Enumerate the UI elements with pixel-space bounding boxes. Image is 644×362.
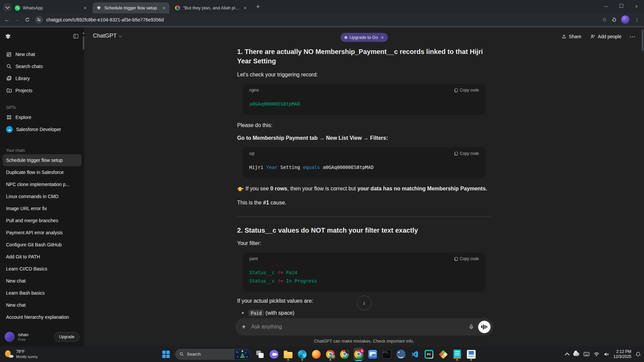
address-bar[interactable]: chatgpt.com/c/692fc8be-e104-8321-af3e-b5… xyxy=(46,17,602,22)
taskbar-clock[interactable]: 2:12 PM 12/3/2025 xyxy=(613,349,631,359)
conversation-menu-icon[interactable]: ⋯ xyxy=(628,33,637,40)
kdiff3-app[interactable] xyxy=(438,348,448,361)
chat-list-item[interactable]: New chat xyxy=(3,299,82,311)
code-text: Status__c != Paid Status__c != In Progre… xyxy=(249,268,479,285)
taskbar-search-box[interactable]: Search xyxy=(175,349,251,360)
windows-logo-icon xyxy=(162,351,170,358)
sidebar-item-salesforce-developer[interactable]: ☁ Salesforce Developer xyxy=(3,123,82,135)
firefox-app[interactable] xyxy=(311,348,321,361)
tab-close-icon[interactable]: × xyxy=(162,5,166,11)
notes-icon xyxy=(453,350,461,359)
sidebar-item-projects[interactable]: Projects xyxy=(3,84,82,97)
pycharm-app[interactable]: PC xyxy=(424,348,434,361)
file-explorer-app[interactable] xyxy=(283,348,293,361)
microphone-icon[interactable] xyxy=(468,324,474,330)
sidebar-item-new-chat[interactable]: New chat xyxy=(3,48,82,60)
back-icon[interactable]: ← xyxy=(2,17,12,23)
tab-close-icon[interactable]: × xyxy=(83,5,87,11)
file-explorer-icon xyxy=(284,352,292,358)
photos-app[interactable] xyxy=(368,348,378,361)
wifi-icon[interactable] xyxy=(594,352,599,357)
browser-profile-avatar[interactable] xyxy=(621,15,630,24)
paragraph: Let's check your triggering record: xyxy=(237,70,491,79)
vscode-icon xyxy=(411,350,419,358)
message-input[interactable] xyxy=(251,323,464,330)
chrome-active-app[interactable]: S xyxy=(354,348,364,361)
chat-list-item[interactable]: Pull and merge branches xyxy=(3,215,82,227)
chat-list-item[interactable]: Duplicate flow in Salesforce xyxy=(3,166,82,178)
volume-icon[interactable] xyxy=(604,352,609,357)
scroll-to-bottom-button[interactable]: ↓ xyxy=(357,296,372,310)
upgrade-button[interactable]: Upgrade xyxy=(54,332,79,342)
upgrade-to-go-pill[interactable]: Upgrade to Go × xyxy=(340,33,388,42)
edge-app[interactable] xyxy=(297,348,307,361)
chat-list-item[interactable]: Add Git to PATH xyxy=(3,251,82,263)
bookmark-star-icon[interactable]: ☆ xyxy=(602,16,607,23)
chat-list-item[interactable]: Schedule trigger flow setup xyxy=(3,154,82,166)
copy-code-button[interactable]: Copy code xyxy=(454,151,479,156)
extensions-icon[interactable] xyxy=(611,17,616,22)
reload-icon[interactable] xyxy=(22,17,32,22)
chat-list-item[interactable]: Learn Bash basics xyxy=(3,287,82,299)
onedrive-icon[interactable] xyxy=(573,352,579,356)
taskpro-app[interactable]: TaskPro xyxy=(466,348,476,361)
chrome-profile-app[interactable] xyxy=(325,348,335,361)
dismiss-pill-icon[interactable]: × xyxy=(381,35,384,40)
taskpro-icon: TaskPro xyxy=(467,350,476,359)
openai-logo-icon: ✾ xyxy=(5,33,11,40)
chat-list-item[interactable]: Learn CI/CD Basics xyxy=(3,263,82,275)
firefox-icon xyxy=(312,350,321,359)
tab-google[interactable]: "But they plan, and Allah plans. × xyxy=(171,2,251,13)
hidden-icons-chevron[interactable] xyxy=(565,352,570,357)
sidebar-toggle-icon[interactable] xyxy=(73,33,79,39)
task-view-button[interactable] xyxy=(255,348,265,361)
maximize-icon[interactable] xyxy=(614,4,629,9)
share-button[interactable]: Share xyxy=(559,32,584,41)
sidebar-user-row[interactable]: ishan Free Upgrade xyxy=(0,327,84,346)
tab-chatgpt[interactable]: ✾ Schedule trigger flow setup × xyxy=(93,2,169,13)
site-info-icon[interactable] xyxy=(35,16,43,24)
tab-close-icon[interactable]: × xyxy=(243,5,247,11)
forward-icon[interactable]: → xyxy=(12,17,22,23)
copy-code-button[interactable]: Copy code xyxy=(454,88,479,93)
chat-list-item[interactable]: Configure Git Bash GitHub xyxy=(3,239,82,251)
terminal-app[interactable]: C:\_ xyxy=(382,348,392,361)
chat-list-item[interactable]: New chat xyxy=(3,275,82,287)
photos-icon xyxy=(368,350,377,359)
taskbar-weather-widget[interactable]: 79°F Mostly sunny xyxy=(5,346,38,362)
notes-app[interactable] xyxy=(452,348,462,361)
chrome-secondary-app[interactable] xyxy=(339,348,350,361)
tab-whatsapp[interactable]: WhatsApp × xyxy=(11,2,91,13)
vscode-app[interactable] xyxy=(410,348,420,361)
sidebar-item-label: Salesforce Developer xyxy=(16,127,61,132)
sidebar-item-library[interactable]: Library xyxy=(3,72,82,84)
chat-list-item[interactable]: NPC clone implementation p... xyxy=(3,178,82,190)
browser-menu-icon[interactable]: ⋮ xyxy=(634,16,640,23)
start-button[interactable] xyxy=(161,348,171,361)
explore-grid-icon xyxy=(6,114,12,120)
minimize-icon[interactable]: — xyxy=(599,4,614,9)
add-people-button[interactable]: Add people xyxy=(587,32,624,41)
bing-daily-image xyxy=(234,349,251,360)
chat-list-item[interactable]: Image URL error fix xyxy=(3,202,82,215)
notification-bell-icon[interactable] xyxy=(636,352,641,357)
postgresql-app[interactable] xyxy=(396,348,406,361)
chat-list-item[interactable]: Payment API error analysis xyxy=(3,227,82,239)
google-meet-app[interactable] xyxy=(269,348,279,361)
sidebar-item-explore-gpts[interactable]: Explore xyxy=(3,111,82,123)
touch-keyboard-icon[interactable] xyxy=(584,352,589,356)
new-chat-icon xyxy=(6,51,12,57)
model-selector[interactable]: ChatGPT xyxy=(93,33,121,39)
close-icon[interactable]: × xyxy=(629,4,644,9)
voice-mode-button[interactable] xyxy=(478,321,490,333)
sidebar-item-search-chats[interactable]: Search chats xyxy=(3,60,82,72)
user-plan: Free xyxy=(18,338,29,342)
attach-plus-icon[interactable]: + xyxy=(242,323,246,331)
tab-search-button[interactable] xyxy=(3,3,11,11)
chatgpt-icon: ✾ xyxy=(96,5,102,11)
copy-code-button[interactable]: Copy code xyxy=(454,256,479,261)
new-tab-button[interactable]: + xyxy=(254,3,262,11)
chat-list-item[interactable]: Account hierarchy explanation xyxy=(3,311,82,323)
composer[interactable]: + xyxy=(235,318,493,336)
chat-list-item[interactable]: Linux commands in CMD xyxy=(3,190,82,202)
